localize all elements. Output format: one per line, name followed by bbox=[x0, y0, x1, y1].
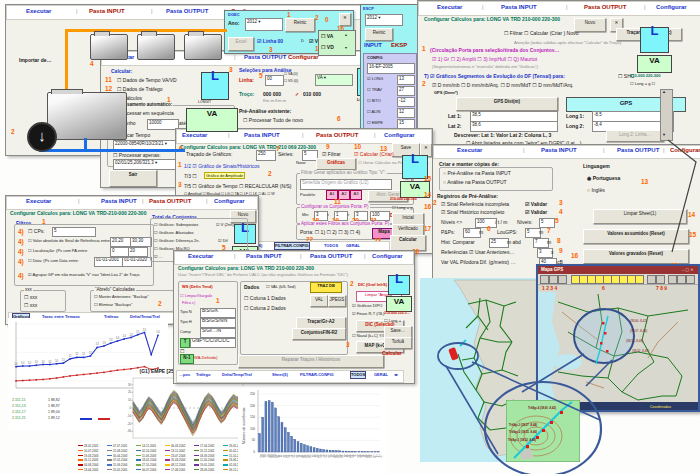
excel-button[interactable]: Excel bbox=[228, 37, 254, 51]
calculos-checkbox[interactable]: ☐ Cálculos bbox=[117, 95, 142, 101]
label[interactable]: ☑ Sinal Histórico incompleto bbox=[441, 209, 504, 215]
toolbar-button[interactable] bbox=[668, 275, 677, 284]
label[interactable]: ○ Pré-Análise na Pasta INPUT bbox=[443, 170, 511, 176]
dados-trafego-checkbox[interactable]: ☐ Dados de Tráfego bbox=[117, 86, 163, 92]
label[interactable]: Porta: ☐ 1) ☐ 2) ☐ 3) ☐ 4) bbox=[300, 229, 360, 235]
valores-assumidos-button[interactable]: Valores assumidos (Reset) bbox=[583, 229, 689, 244]
window-controls[interactable]: – ▢ ✕ bbox=[682, 267, 694, 273]
tab-executar[interactable]: Executar bbox=[188, 253, 213, 259]
label[interactable]: FILTRAR-CONFIG bbox=[274, 242, 310, 250]
label[interactable]: Delta/Temp/Traf bbox=[222, 372, 252, 378]
label[interactable]: ☑ Calcular (Criar) bbox=[354, 151, 394, 157]
toolbar-button[interactable] bbox=[686, 275, 695, 284]
bito-checkbox[interactable]: ☐ BITO bbox=[367, 98, 381, 103]
button[interactable]: ConjuntosFIN-R2 bbox=[292, 328, 346, 340]
label[interactable]: ☑ Finais R-T (/3L) bbox=[352, 311, 384, 316]
label[interactable]: ☑ Dif bbox=[218, 238, 228, 243]
label[interactable]: ☑ Agrupar GP em não marcada “V” nas “Ide… bbox=[28, 272, 140, 277]
tab-pasta-input[interactable]: Pasta INPUT bbox=[541, 147, 577, 153]
label[interactable]: ☐ VA (0) bbox=[284, 72, 298, 76]
escp-reinic-button[interactable]: Reinic bbox=[365, 28, 393, 41]
calcular-button[interactable]: Calcular bbox=[390, 235, 426, 251]
label[interactable]: B/S/G/K bbox=[200, 308, 236, 318]
label[interactable]: S/Gl/…/N bbox=[200, 328, 236, 338]
toolbar-button[interactable] bbox=[558, 275, 567, 284]
tab-pasta-output[interactable]: Pasta OUTPUT bbox=[166, 8, 208, 14]
label[interactable]: 7/5 ☐ Gráfico de Tempo ☐ RECALCULAR (N/S… bbox=[184, 183, 292, 189]
reinic-button[interactable]: Reinic bbox=[285, 18, 315, 32]
label[interactable]: Sheet(5) bbox=[272, 372, 288, 378]
dados-tempo-checkbox[interactable]: ☐ Dados de Tempo VA/VD bbox=[117, 77, 177, 83]
sequencia-checkbox[interactable]: ☐ Processar em sequência bbox=[113, 110, 174, 116]
tab-pasta-input[interactable]: Pasta INPUT bbox=[244, 132, 280, 138]
label[interactable]: B/S/G/S/N/N bbox=[200, 318, 236, 328]
processar-apenas-checkbox[interactable]: ☐ Processar apenas: bbox=[113, 152, 161, 158]
label[interactable]: ☐ Data: (Ps com Data entre: bbox=[28, 258, 79, 263]
label[interactable]: ☐ xxx bbox=[24, 302, 37, 308]
tab-pasta-output[interactable]: Pasta OUTPUT bbox=[149, 198, 191, 204]
label[interactable]: …pos bbox=[179, 372, 190, 378]
tab-configurar[interactable]: Configurar bbox=[214, 198, 245, 204]
label[interactable]: ○ Análise na Pasta OUTPUT bbox=[443, 179, 507, 185]
button[interactable]: VAL bbox=[310, 295, 328, 307]
label[interactable]: ☑ 1) Gr ☐ 2) Amplit ☐ 3) ImpHull ☐ Q) Ma… bbox=[432, 56, 537, 62]
label[interactable]: T bbox=[180, 338, 190, 348]
tab-executar[interactable]: Executar bbox=[109, 54, 134, 60]
va-button[interactable]: VA bbox=[386, 296, 412, 312]
label[interactable]: ☐ Long = g bbox=[392, 205, 412, 210]
l-button[interactable]: L bbox=[388, 275, 410, 295]
label[interactable]: ☐ Gráficos: Afastados bbox=[154, 230, 193, 235]
tab-configurar[interactable]: Configurar bbox=[288, 54, 319, 60]
label[interactable]: ☐ Coluna 1 Dados bbox=[244, 295, 286, 301]
tab-executar[interactable]: Executar bbox=[182, 132, 207, 138]
label[interactable]: T) ☑ Gráficos Segmentos de Evolução do D… bbox=[424, 73, 565, 79]
button[interactable]: Torluã bbox=[384, 337, 412, 349]
tab-executar[interactable]: Executar bbox=[437, 4, 462, 10]
tab-configurar[interactable]: Configurar bbox=[384, 132, 415, 138]
l-button[interactable]: L bbox=[640, 27, 669, 53]
label[interactable]: ◂▸ bbox=[394, 372, 398, 378]
tab-pasta-input[interactable]: Pasta INPUT bbox=[501, 4, 537, 10]
trav-checkbox[interactable]: ☐ TRAV bbox=[367, 87, 382, 92]
label[interactable]: 25 bbox=[489, 238, 509, 248]
scroll-up-icon[interactable]: ▲ bbox=[662, 89, 666, 94]
label[interactable]: ☐ xxx bbox=[24, 294, 37, 300]
gps-dist-button[interactable]: GPS Dist(m) bbox=[456, 97, 558, 111]
label[interactable]: ☐ Filtrar ☐ Calcular (Criar ) Novo: bbox=[504, 30, 580, 36]
va-button[interactable]: VA bbox=[637, 55, 672, 73]
tab-pasta-output[interactable]: Pasta OUTPUT bbox=[316, 132, 358, 138]
linha-checkbox[interactable]: ☑ Linha 00 bbox=[257, 38, 283, 44]
indicar-tempo-checkbox[interactable]: ☐ Indicar Tempo bbox=[113, 132, 150, 138]
portuguesa-radio[interactable]: ◉ Portuguesa bbox=[587, 175, 620, 181]
limpar-sheet-button[interactable]: Limpar Sheet(1) bbox=[593, 209, 687, 224]
long-checkbox[interactable]: ☑ LONG bbox=[367, 76, 383, 81]
tab-pasta-output[interactable]: Pasta OUTPUT bbox=[617, 147, 659, 153]
label[interactable]: GraF*/C/C/3/C/L/C bbox=[190, 338, 236, 348]
label[interactable]: ☐ Coluna 2 Dados bbox=[244, 305, 286, 311]
label[interactable]: ☐ CPs: bbox=[28, 228, 45, 234]
toolbar-button[interactable] bbox=[656, 275, 665, 284]
traz-db-button[interactable]: TRAZ DB bbox=[310, 282, 342, 293]
label[interactable]: ☐ VD (0) bbox=[284, 79, 298, 83]
label[interactable]: ☑ Validar bbox=[525, 201, 547, 207]
escp-ano-select[interactable]: 2012 ▾ bbox=[365, 14, 403, 26]
label[interactable]: A3 bbox=[350, 190, 362, 200]
label[interactable]: 7/3 ☐ bbox=[184, 173, 197, 179]
label[interactable]: GERAL bbox=[374, 372, 388, 378]
toolbar-button[interactable] bbox=[549, 275, 558, 284]
tab-configurar[interactable]: Configurar bbox=[372, 253, 403, 259]
map-window-gps[interactable]: Mapa GPS– ▢ ✕1 2 3 467 8 9(38,60 -8,42)(… bbox=[536, 264, 700, 412]
toolbar-button[interactable] bbox=[647, 275, 656, 284]
label[interactable]: ☐ Gráficos: Sobrepostos bbox=[154, 222, 198, 227]
alin-checkbox[interactable]: ☐ ALIN bbox=[367, 109, 380, 114]
scroll-down-icon[interactable]: ▼ bbox=[662, 132, 666, 137]
tab-input[interactable]: INPUT bbox=[364, 43, 382, 48]
button[interactable]: JPEGS bbox=[328, 295, 346, 307]
config-date[interactable]: 16-EF-2005 bbox=[367, 63, 415, 74]
label[interactable]: ☐ Valor absoluto do Sinal de Referência … bbox=[28, 238, 111, 243]
va-checkbox[interactable]: ☐ VA bbox=[321, 33, 333, 39]
label[interactable]: ☐ Eliminar “Backups” bbox=[94, 302, 132, 307]
tab-configurar[interactable]: Configurar bbox=[670, 147, 700, 153]
tab-pasta-output[interactable]: Pasta OUTPUT bbox=[584, 4, 626, 10]
tab-executar[interactable]: Executar bbox=[457, 147, 482, 153]
